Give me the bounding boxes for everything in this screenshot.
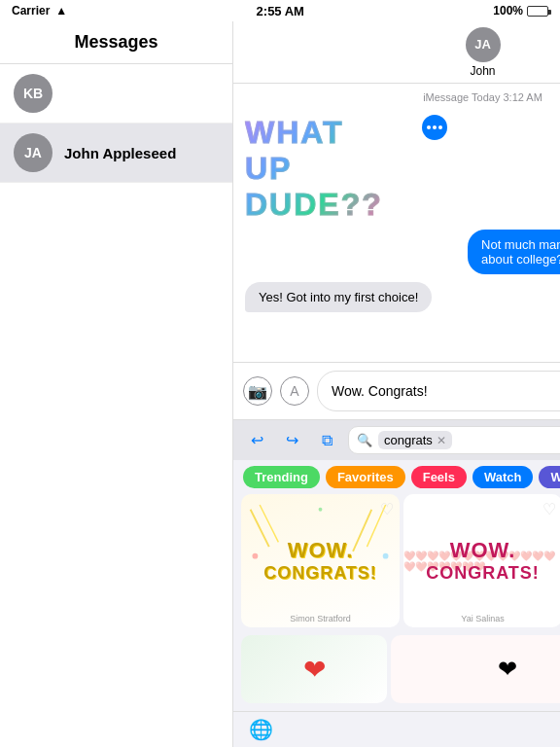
- gif-grid: WOW. CONGRATS! ♡ Simon Stratford ❤️❤️❤️❤…: [233, 494, 560, 635]
- giphy-panel: ↩ ↪ ⧉ 🔍 congrats ✕ ✕ Trending Favorites …: [233, 419, 560, 711]
- gif2-author: Yai Salinas: [461, 614, 504, 623]
- status-bar: Carrier ▲ 2:55 AM 100%: [0, 0, 560, 21]
- avatar-ja: JA: [14, 133, 52, 172]
- svg-point-4: [253, 553, 259, 559]
- sidebar: Messages KB JA John Appleseed: [0, 21, 233, 747]
- gif-card-1[interactable]: WOW. CONGRATS! ♡ Simon Stratford: [241, 494, 400, 627]
- battery-percent: 100%: [493, 4, 523, 18]
- main-area: Messages KB JA John Appleseed JA John i …: [0, 21, 560, 747]
- camera-button[interactable]: 📷: [243, 376, 272, 406]
- message-input[interactable]: Wow. Congrats! ↑: [317, 371, 560, 411]
- redo-button[interactable]: ↪: [278, 427, 305, 454]
- search-icon: 🔍: [357, 433, 372, 447]
- input-text: Wow. Congrats!: [332, 383, 428, 399]
- sticker-text: WHATUPDUDE??: [245, 115, 383, 222]
- tab-trending[interactable]: Trending: [243, 466, 320, 488]
- chat-avatar: JA: [466, 27, 501, 62]
- input-bar: 📷 A Wow. Congrats! ↑: [233, 362, 560, 419]
- tab-favorites[interactable]: Favorites: [326, 466, 405, 488]
- search-bar[interactable]: 🔍 congrats ✕: [348, 426, 560, 454]
- status-right: 100%: [493, 4, 548, 18]
- svg-line-1: [260, 505, 278, 542]
- undo-button[interactable]: ↩: [243, 427, 270, 454]
- gif1-author: Simon Stratford: [290, 614, 351, 623]
- gif2-congrats: CONGRATS!: [426, 563, 540, 584]
- category-tabs: Trending Favorites Feels Watch Whoa Tast…: [233, 460, 560, 494]
- contact-name-ja: John Appleseed: [64, 145, 176, 161]
- chat-area: JA John i iMessage Today 3:12 AM WHATUPD…: [233, 21, 560, 747]
- gif-bottom-card-2[interactable]: ❤: [391, 635, 560, 703]
- sticker-message: WHATUPDUDE??: [245, 115, 418, 222]
- gif-bottom-row: ❤ ❤ ♡: [233, 635, 560, 711]
- gif1-congrats: CONGRATS!: [263, 563, 377, 584]
- sidebar-title: Messages: [0, 21, 232, 64]
- gif1-heart-icon: ♡: [380, 500, 394, 518]
- gif-column-2: ❤️❤️❤️❤️❤️❤️❤️❤️❤️❤️❤️❤️❤️❤️❤️❤️❤️❤️❤️❤️…: [403, 494, 560, 627]
- tab-whoa[interactable]: Whoa: [539, 466, 560, 488]
- tab-watch[interactable]: Watch: [472, 466, 534, 488]
- heart-large-icon: ❤: [303, 654, 326, 686]
- copy-button[interactable]: ⧉: [313, 427, 340, 454]
- tab-feels[interactable]: Feels: [411, 466, 467, 488]
- contact-item-ja[interactable]: JA John Appleseed: [0, 124, 232, 183]
- gif1-wow: WOW.: [288, 538, 354, 563]
- search-tag: congrats ✕: [378, 431, 452, 449]
- typing-indicator: [422, 115, 447, 140]
- status-time: 2:55 AM: [257, 4, 304, 18]
- app-store-button[interactable]: A: [280, 376, 309, 406]
- gif-column-1: WOW. CONGRATS! ♡ Simon Stratford: [241, 494, 400, 627]
- bubble-received-1: Yes! Got into my first choice!: [245, 282, 432, 312]
- heart-icon-2: ❤: [498, 656, 517, 683]
- carrier-label: Carrier: [12, 4, 50, 18]
- bottom-bar: 🌐 ⌨: [233, 711, 560, 747]
- battery-icon: [527, 6, 548, 17]
- gif-card-2[interactable]: ❤️❤️❤️❤️❤️❤️❤️❤️❤️❤️❤️❤️❤️❤️❤️❤️❤️❤️❤️❤️…: [403, 494, 560, 627]
- contact-item-kb[interactable]: KB: [0, 64, 232, 124]
- svg-point-5: [383, 553, 389, 559]
- search-tag-clear[interactable]: ✕: [437, 434, 446, 447]
- status-left: Carrier ▲: [12, 4, 67, 18]
- svg-point-6: [319, 508, 323, 512]
- imessage-label: iMessage Today 3:12 AM: [245, 91, 560, 103]
- gif2-wow: WOW.: [450, 538, 516, 563]
- globe-icon[interactable]: 🌐: [249, 718, 273, 741]
- giphy-toolbar: ↩ ↪ ⧉ 🔍 congrats ✕ ✕: [233, 420, 560, 460]
- avatar-kb: KB: [14, 74, 52, 113]
- bubble-sent-1: Not much man. Did you hear back about co…: [468, 230, 560, 274]
- gif2-heart-icon: ♡: [542, 500, 556, 518]
- chat-messages: iMessage Today 3:12 AM WHATUPDUDE?? Not …: [233, 84, 560, 362]
- search-tag-text: congrats: [384, 433, 433, 447]
- gif-bottom-card-1[interactable]: ❤: [241, 635, 387, 703]
- chat-header: JA John i: [233, 21, 560, 84]
- wifi-icon: ▲: [55, 4, 67, 18]
- chat-contact-name: John: [470, 64, 495, 78]
- chat-header-center: JA John: [466, 27, 501, 78]
